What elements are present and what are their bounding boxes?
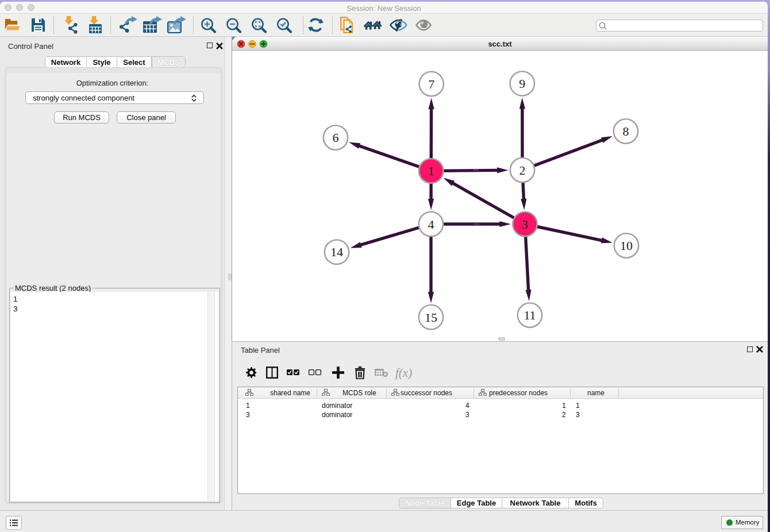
- svg-text:11: 11: [523, 308, 536, 322]
- svg-text:4: 4: [428, 217, 434, 232]
- svg-text:7: 7: [428, 77, 434, 91]
- svg-text:14: 14: [330, 245, 343, 259]
- svg-text:15: 15: [425, 310, 437, 325]
- svg-text:1: 1: [428, 164, 434, 178]
- svg-text:6: 6: [333, 130, 339, 145]
- svg-text:2: 2: [519, 163, 526, 178]
- svg-text:8: 8: [623, 124, 629, 138]
- svg-text:9: 9: [519, 76, 525, 91]
- svg-text:10: 10: [620, 238, 633, 253]
- svg-text:3: 3: [522, 217, 528, 232]
